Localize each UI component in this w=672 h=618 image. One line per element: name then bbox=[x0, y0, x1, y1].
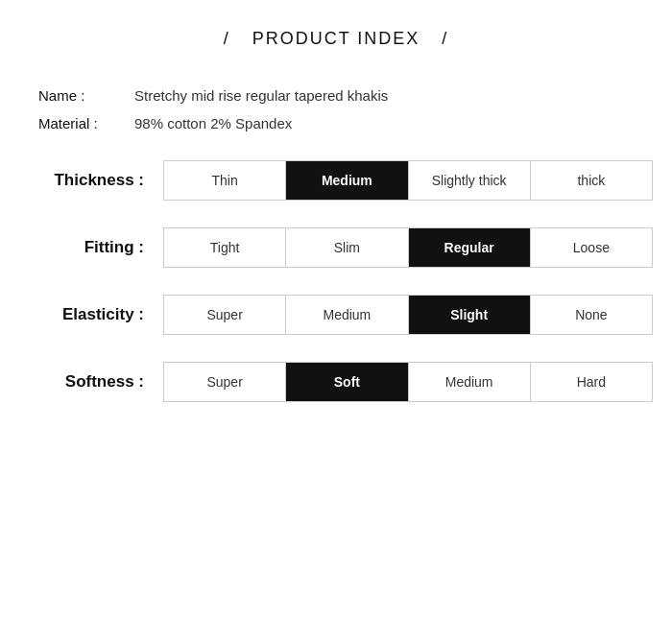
page-title: / PRODUCT INDEX / bbox=[19, 29, 653, 49]
index-label-2: Elasticity : bbox=[19, 305, 163, 324]
index-label-3: Softness : bbox=[19, 372, 163, 392]
index-row-2: Elasticity :SuperMediumSlightNone bbox=[19, 295, 653, 335]
option-1-3[interactable]: Loose bbox=[531, 228, 652, 267]
option-1-0[interactable]: Tight bbox=[164, 228, 286, 267]
name-value: Stretchy mid rise regular tapered khakis bbox=[134, 87, 388, 104]
title-text: PRODUCT INDEX bbox=[252, 29, 420, 48]
option-0-2[interactable]: Slightly thick bbox=[409, 161, 531, 200]
option-0-1[interactable]: Medium bbox=[286, 161, 408, 200]
material-row: Material : 98% cotton 2% Spandex bbox=[38, 115, 653, 131]
options-container-2: SuperMediumSlightNone bbox=[163, 295, 653, 335]
index-row-1: Fitting :TightSlimRegularLoose bbox=[19, 227, 653, 268]
slash-left: / bbox=[224, 29, 230, 48]
option-3-2[interactable]: Medium bbox=[409, 363, 531, 401]
name-row: Name : Stretchy mid rise regular tapered… bbox=[38, 87, 653, 104]
material-label: Material : bbox=[38, 115, 134, 131]
option-0-0[interactable]: Thin bbox=[164, 161, 286, 200]
option-1-1[interactable]: Slim bbox=[286, 228, 408, 267]
options-container-0: ThinMediumSlightly thickthick bbox=[163, 160, 653, 201]
options-container-3: SuperSoftMediumHard bbox=[163, 362, 653, 402]
slash-right: / bbox=[442, 29, 448, 48]
option-1-2[interactable]: Regular bbox=[409, 228, 531, 267]
material-value: 98% cotton 2% Spandex bbox=[134, 115, 292, 131]
option-3-0[interactable]: Super bbox=[164, 363, 286, 401]
index-label-1: Fitting : bbox=[19, 238, 163, 257]
option-2-1[interactable]: Medium bbox=[286, 296, 408, 334]
option-2-3[interactable]: None bbox=[531, 296, 652, 334]
option-2-0[interactable]: Super bbox=[164, 296, 286, 334]
option-2-2[interactable]: Slight bbox=[409, 296, 531, 334]
option-0-3[interactable]: thick bbox=[531, 161, 652, 200]
index-row-0: Thickness :ThinMediumSlightly thickthick bbox=[19, 160, 653, 201]
index-section: Thickness :ThinMediumSlightly thickthick… bbox=[19, 160, 653, 402]
name-label: Name : bbox=[38, 87, 134, 104]
info-section: Name : Stretchy mid rise regular tapered… bbox=[38, 87, 653, 131]
option-3-1[interactable]: Soft bbox=[286, 363, 408, 401]
index-row-3: Softness :SuperSoftMediumHard bbox=[19, 362, 653, 402]
option-3-3[interactable]: Hard bbox=[531, 363, 652, 401]
options-container-1: TightSlimRegularLoose bbox=[163, 227, 653, 268]
index-label-0: Thickness : bbox=[19, 171, 163, 190]
